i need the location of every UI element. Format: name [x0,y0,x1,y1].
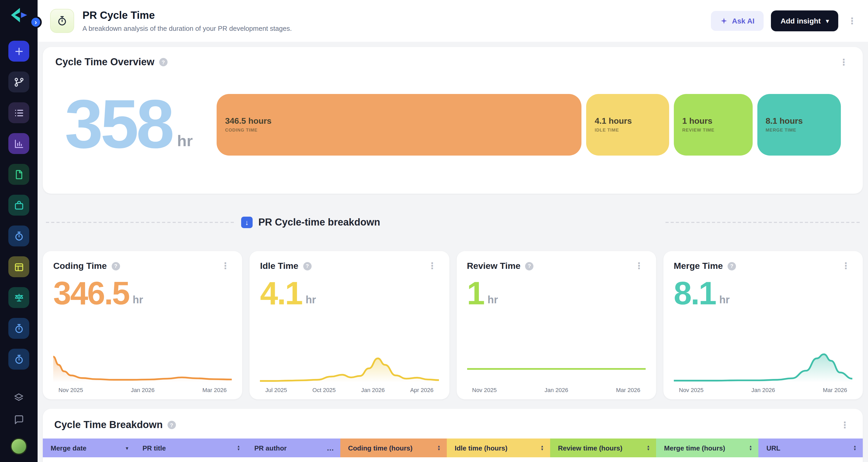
stopwatch-icon[interactable] [8,318,29,339]
data-table-icon[interactable] [8,256,29,277]
help-icon[interactable]: ? [525,262,533,270]
stopwatch-icon[interactable] [8,349,29,370]
scale-icon[interactable] [8,287,29,308]
column-header-review-time-hours-[interactable]: Review time (hours)▲▼ [550,438,656,457]
cycle-segment-review-time[interactable]: 1 hoursREVIEW TIME [674,94,752,155]
cycle-bar: 346.5 hoursCODING TIME4.1 hoursIDLE TIME… [217,94,841,155]
card-kebab-menu-icon[interactable]: ⋮ [632,260,646,272]
column-header-idle-time-hours-[interactable]: Idle time (hours)▲▼ [447,438,550,457]
metric-card-title: Review Time [467,261,520,271]
table-header-row: Merge date▾PR title▲▼PR author…Coding ti… [43,438,863,457]
sort-updown-icon: ▲▼ [647,445,650,451]
layers-icon[interactable] [8,389,29,407]
header-kebab-menu-icon[interactable]: ⋮ [845,16,859,26]
column-header-pr-author[interactable]: PR author… [247,438,340,457]
cycle-time-breakdown-card: Cycle Time Breakdown ? ⋮ Merge date▾PR t… [43,409,863,462]
help-icon[interactable]: ? [112,262,120,270]
x-axis-label: Nov 2025 [472,387,497,393]
sparkle-icon [720,17,728,25]
ask-ai-button[interactable]: Ask AI [711,11,764,31]
page-header: PR Cycle Time A breakdown analysis of th… [38,0,868,42]
column-label: Idle time (hours) [455,444,507,452]
create-new-icon[interactable] [8,41,29,62]
metric-card-idle-time: Idle Time?⋮4.1hrJul 2025Oct 2025Jan 2026… [250,251,450,399]
chat-icon[interactable] [8,411,29,429]
metric-card-title: Idle Time [260,261,299,271]
app-logo[interactable] [10,7,28,23]
x-axis-label: Jan 2026 [751,387,775,393]
down-arrow-icon: ↓ [241,217,253,228]
content-area: PR Cycle Time A breakdown analysis of th… [38,0,868,462]
x-axis-label: Nov 2025 [679,387,704,393]
segment-label: MERGE TIME [766,127,841,132]
card-kebab-menu-icon[interactable]: ⋮ [219,260,232,272]
column-header-coding-time-hours-[interactable]: Coding time (hours)▲▼ [340,438,447,457]
breakdown-title: Cycle Time Breakdown [54,419,163,431]
metric-card-title: Coding Time [53,261,107,271]
metric-value: 4.1 [260,280,302,307]
total-cycle-time-value: 358 [65,96,172,153]
cycle-segment-idle-time[interactable]: 4.1 hoursIDLE TIME [586,94,669,155]
x-axis-label: Jan 2026 [545,387,568,393]
main-scroll-area: Cycle Time Overview ? ⋮ 358 hr 346.5 hou… [38,42,868,462]
total-cycle-time-unit: hr [177,132,193,153]
document-icon[interactable] [8,164,29,185]
column-header-merge-time-hours-[interactable]: Merge time (hours)▲▼ [656,438,758,457]
x-axis-label: Mar 2026 [823,387,847,393]
metric-card-merge-time: Merge Time?⋮8.1hrNov 2025Jan 2026Mar 202… [663,251,863,399]
add-insight-button[interactable]: Add insight ▾ [771,10,838,31]
help-icon[interactable]: ? [727,262,736,270]
segment-value: 8.1 hours [766,116,841,126]
divider-label: PR Cycle-time breakdown [258,217,380,228]
breakdown-kebab-menu-icon[interactable]: ⋮ [838,420,851,430]
overview-title: Cycle Time Overview [55,56,155,68]
column-header-merge-date[interactable]: Merge date▾ [43,438,135,457]
card-kebab-menu-icon[interactable]: ⋮ [839,260,852,272]
metric-unit: hr [488,294,498,307]
x-axis-labels: Nov 2025Jan 2026Mar 2026 [467,383,646,393]
sidebar-expand-button[interactable]: › [30,16,42,28]
segment-value: 4.1 hours [595,116,669,126]
sort-updown-icon: ▲▼ [237,445,240,451]
sparkline-chart [53,351,232,383]
sidebar: › [0,0,38,462]
ask-ai-label: Ask AI [732,17,754,25]
add-insight-label: Add insight [781,17,821,25]
metric-unit: hr [719,294,730,307]
metric-value: 1 [467,280,484,307]
column-label: PR author [254,444,287,452]
sparkline-chart [674,351,852,383]
column-header-url[interactable]: URL▲▼ [758,438,863,457]
metric-unit: hr [306,294,316,307]
sparkline-chart [260,351,439,383]
sort-updown-icon: ▲▼ [749,445,752,451]
cycle-time-overview-card: Cycle Time Overview ? ⋮ 358 hr 346.5 hou… [43,47,863,194]
x-axis-label: Mar 2026 [203,387,227,393]
overview-kebab-menu-icon[interactable]: ⋮ [837,57,850,68]
chevron-down-icon: ▾ [826,18,829,24]
help-icon[interactable]: ? [303,262,311,270]
metric-card-title: Merge Time [674,261,723,271]
x-axis-labels: Nov 2025Jan 2026Mar 2026 [53,383,232,393]
segment-value: 346.5 hours [225,116,582,126]
user-avatar[interactable] [10,438,27,455]
sort-updown-icon: ▲▼ [540,445,544,451]
cycle-segment-merge-time[interactable]: 8.1 hoursMERGE TIME [757,94,841,155]
x-axis-label: Jul 2025 [266,387,287,393]
x-axis-label: Jan 2026 [361,387,385,393]
card-kebab-menu-icon[interactable]: ⋮ [426,260,439,272]
git-branch-icon[interactable] [8,71,29,92]
column-label: Merge time (hours) [664,444,725,452]
bar-chart-icon[interactable] [8,133,29,154]
cycle-segment-coding-time[interactable]: 346.5 hoursCODING TIME [217,94,582,155]
column-label: PR title [143,444,166,452]
help-icon[interactable]: ? [167,421,176,429]
task-list-icon[interactable] [8,102,29,123]
briefcase-icon[interactable] [8,195,29,216]
help-icon[interactable]: ? [159,58,167,66]
stopwatch-page-icon [50,9,74,33]
sort-updown-icon: ▲▼ [853,445,857,451]
segment-label: CODING TIME [225,127,582,132]
column-header-pr-title[interactable]: PR title▲▼ [135,438,247,457]
stopwatch-icon[interactable] [8,225,29,246]
